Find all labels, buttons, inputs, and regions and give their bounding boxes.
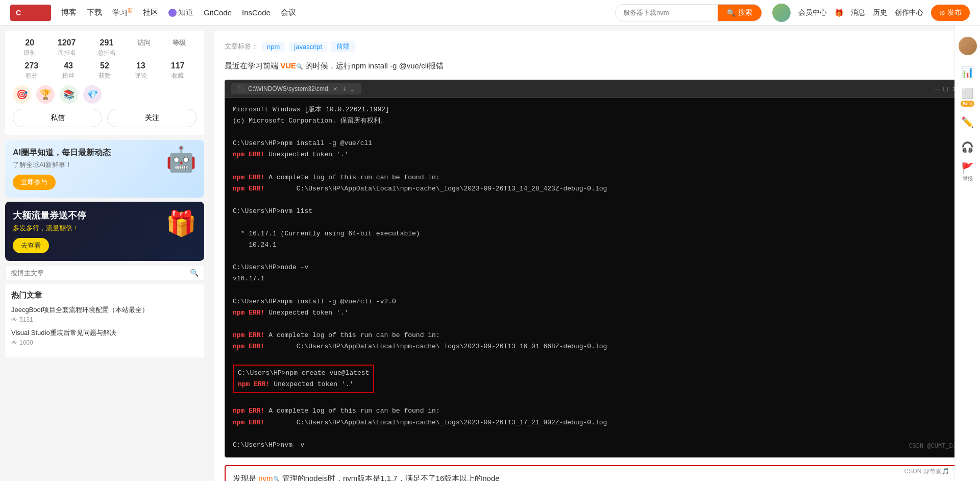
creation-center-link[interactable]: 创作中心 <box>895 8 923 17</box>
nav-conference[interactable]: 会议 <box>281 8 296 17</box>
member-center-link[interactable]: 会员中心 <box>798 8 827 17</box>
list-item: JeecgBoot项目全套流程环境配置（本站最全） 👁 5131 <box>11 305 198 323</box>
search-input[interactable] <box>616 6 718 19</box>
terminal-new-tab[interactable]: + <box>342 85 347 93</box>
gift-icon[interactable]: 🎁 <box>835 9 843 17</box>
tag-frontend[interactable]: 前端 <box>331 41 355 52</box>
publish-button[interactable]: ⊕ 发布 <box>931 5 970 21</box>
nav-download[interactable]: 下载 <box>87 8 102 17</box>
stat-fans-num: 43 <box>62 61 75 70</box>
right-panel-report-item[interactable]: 🚩 举报 <box>957 161 979 183</box>
search-button[interactable]: 🔍 搜索 <box>718 5 762 21</box>
footer-watermark: CSDN @节奏🎵 <box>904 467 949 476</box>
term-line: C:\Users\HP>nvm -v <box>233 440 957 451</box>
stat-week-rank: 1207 周排名 <box>58 38 76 57</box>
term-line: v16.17.1 <box>233 273 957 284</box>
svg-text:C: C <box>16 9 21 17</box>
tag-npm[interactable]: npm <box>262 42 285 52</box>
term-err: npm ERR! <box>233 419 264 426</box>
intro-suffix: 的时候，运行npm install -g @vue/cli报错 <box>303 61 444 70</box>
hot-article-1-title[interactable]: JeecgBoot项目全套流程环境配置（本站最全） <box>11 305 198 315</box>
stat-original: 20 原创 <box>23 38 36 57</box>
zhidao-icon <box>168 9 177 17</box>
header: C SDN 博客 下载 学习新 社区 知道 GitCode InsCode 会议… <box>0 0 980 26</box>
user-avatar[interactable] <box>772 4 791 22</box>
right-panel-headphone-item[interactable]: 🎧 <box>957 136 979 158</box>
stat-fans-label: 粉丝 <box>62 71 75 80</box>
term-line: 10.24.1 <box>233 239 957 251</box>
stat-fans: 43 粉丝 <box>62 61 75 80</box>
nav-learn[interactable]: 学习新 <box>112 7 133 18</box>
hot-article-1-meta: 👁 5131 <box>11 316 198 323</box>
nav-zhidao[interactable]: 知道 <box>168 8 193 17</box>
term-normal: A complete log of this run can be found … <box>264 407 439 415</box>
logo-image: C SDN <box>10 5 51 21</box>
badge-1: 🎯 <box>13 85 31 104</box>
term-normal: C:\Users\HP\AppData\Local\npm-cache\_log… <box>264 343 607 350</box>
term-line: C:\Users\HP>npm install -g @vue/cli <box>233 138 957 149</box>
term-line: npm ERR! C:\Users\HP\AppData\Local\npm-c… <box>233 341 957 352</box>
nav-blog[interactable]: 博客 <box>61 8 77 17</box>
term-line: npm ERR! A complete log of this run can … <box>233 405 957 417</box>
term-line <box>233 195 957 206</box>
stat-points-label: 积分 <box>24 71 38 80</box>
term-line: Microsoft Windows [版本 10.0.22621.1992] <box>233 104 957 115</box>
term-normal: C:\Users\HP\AppData\Local\npm-cache\_log… <box>264 185 607 193</box>
term-line <box>233 394 957 405</box>
tag-javascript[interactable]: javascript <box>289 42 327 52</box>
hot-article-2-title[interactable]: Visual Studio重装后常见问题与解决 <box>11 328 198 338</box>
traffic-banner-icon: 🎁 <box>166 209 197 238</box>
term-normal: Unexpected token '.' <box>264 309 348 317</box>
stats-row-1: 20 原创 1207 周排名 291 总排名 访问 等级 <box>13 38 197 57</box>
nav-inscode[interactable]: InsCode <box>242 8 271 17</box>
terminal-chevron[interactable]: ⌄ <box>350 85 355 93</box>
terminal-tab-close[interactable]: ✕ <box>333 86 337 92</box>
intro-search-icon: 🔍 <box>296 63 303 69</box>
term-line: npm ERR! Unexpected token '.' <box>238 379 369 390</box>
tags-label: 文章标签： <box>225 42 258 51</box>
terminal-window: ⬛ C:\WINDOWS\system32\cmd. ✕ + ⌄ ─ □ ✕ M… <box>225 80 965 458</box>
right-panel-avatar-item[interactable] <box>957 36 979 58</box>
right-panel-edit-item[interactable]: ✏️ <box>957 111 979 133</box>
sidebar-search-icon[interactable]: 🔍 <box>190 269 199 277</box>
term-line: C:\Users\HP>node -v <box>233 262 957 273</box>
hot-article-2-views: 1600 <box>19 339 33 346</box>
terminal-minimize[interactable]: ─ <box>935 85 940 93</box>
stat-week-rank-num: 1207 <box>58 38 76 47</box>
follow-button[interactable]: 关注 <box>107 109 197 127</box>
svg-text:SDN: SDN <box>28 8 47 18</box>
right-panel-chart-item[interactable]: 📊 <box>957 61 979 83</box>
badge-4: 💎 <box>83 85 102 104</box>
stat-original-label: 原创 <box>23 49 36 57</box>
right-floating-panel: 📊 ⬜ Beta ✏️ 🎧 🚩 举报 <box>954 26 980 481</box>
traffic-banner: 大额流量券送不停 多发多得，流量翻倍！ 去查看 🎁 <box>5 202 204 261</box>
ai-banner-btn[interactable]: 立即参与 <box>13 175 56 190</box>
stat-collection-num: 117 <box>171 61 185 70</box>
search-icon: 🔍 <box>727 9 736 17</box>
sidebar-search-input[interactable] <box>11 269 190 277</box>
history-link[interactable]: 历史 <box>873 8 887 17</box>
nav-learn-badge: 新 <box>128 8 133 13</box>
nav-community[interactable]: 社区 <box>143 8 158 17</box>
private-msg-button[interactable]: 私信 <box>13 109 102 127</box>
terminal-tab[interactable]: ⬛ C:\WINDOWS\system32\cmd. ✕ + ⌄ <box>231 83 361 94</box>
right-panel-beta-item[interactable]: ⬜ Beta <box>957 86 979 108</box>
nav-gitcode[interactable]: GitCode <box>204 8 232 17</box>
stat-likes-label: 获赞 <box>99 71 111 80</box>
term-line <box>233 251 957 262</box>
term-line: npm ERR! Unexpected token '.' <box>233 307 957 319</box>
search-box: 🔍 搜索 <box>615 4 762 21</box>
message-link[interactable]: 消息 <box>851 8 865 17</box>
stat-original-num: 20 <box>23 38 36 47</box>
main-layout: 20 原创 1207 周排名 291 总排名 访问 等级 <box>0 26 980 481</box>
traffic-banner-btn[interactable]: 去查看 <box>13 238 49 253</box>
term-line <box>233 319 957 330</box>
ai-banner-card: AI圈早知道，每日最新动态 了解全球AI新鲜事！ 立即参与 🤖 <box>5 140 204 198</box>
term-line: npm ERR! A complete log of this run can … <box>233 172 957 183</box>
terminal-maximize[interactable]: □ <box>944 85 948 93</box>
nav-zhidao-label: 知道 <box>178 8 193 17</box>
logo[interactable]: C SDN <box>10 5 51 21</box>
header-search: 🔍 搜索 <box>615 4 762 21</box>
traffic-banner-title: 大额流量券送不停 <box>13 209 86 222</box>
ai-banner-title: AI圈早知道，每日最新动态 <box>13 148 111 158</box>
